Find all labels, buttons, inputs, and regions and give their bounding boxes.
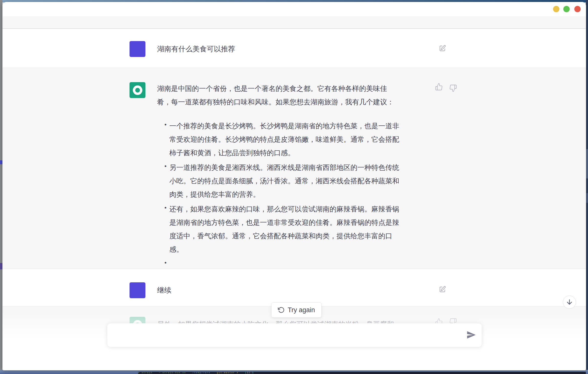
window-close-button[interactable]	[574, 6, 581, 12]
window-maximize-button[interactable]	[563, 6, 570, 12]
message-line: 感。	[157, 243, 399, 256]
desktop-right-strip	[586, 0, 588, 374]
arrow-down-icon	[566, 298, 573, 306]
message-line: 常受欢迎的佳肴。长沙烤鸭的特点是皮薄馅嫩，味道鲜美。通常，它会搭配	[157, 133, 399, 146]
message-line: 另一道推荐的美食是湘西米线。湘西米线是湖南省西部地区的一种特色传统	[157, 161, 399, 174]
thumbs-down-button[interactable]	[449, 84, 457, 92]
message-line: 肴，每一道菜都有独特的口味和风味。如果您想去湖南旅游，我有几个建议：	[157, 95, 399, 109]
user-message-row: 湖南有什么美食可以推荐	[2, 29, 586, 68]
user-message-text: 继续	[157, 282, 171, 298]
scroll-to-bottom-button[interactable]	[563, 296, 576, 309]
paper-plane-icon	[466, 337, 476, 341]
desktop-right-accent	[586, 149, 588, 178]
window-minimize-button[interactable]	[553, 6, 559, 12]
edit-message-button[interactable]	[438, 286, 446, 293]
openai-logo-icon	[132, 85, 143, 96]
retry-icon	[278, 307, 285, 313]
thumbs-up-icon	[435, 88, 443, 91]
desktop-right-accent	[586, 193, 588, 203]
message-line: 小吃。它的特点是面条细腻，汤汁香浓。通常，湘西米线会搭配各种蔬菜和	[157, 174, 399, 188]
user-avatar	[130, 282, 145, 298]
assistant-message-text: 湖南是中国的一个省份，也是一个著名的美食之都。它有各种各样的美味佳肴，每一道菜都…	[157, 82, 399, 269]
thumbs-up-button[interactable]	[435, 83, 443, 91]
send-button[interactable]	[466, 330, 476, 340]
assistant-message-row: 湖南是中国的一个省份，也是一个著名的美食之都。它有各种各样的美味佳肴，每一道菜都…	[2, 68, 586, 269]
message-line: 是湖南省的地方特色菜，也是一道非常受欢迎的佳肴。麻辣香锅的特点是辣	[157, 216, 399, 229]
chat-window: 湖南有什么美食可以推荐	[2, 2, 586, 370]
terminal-text-fragment: ~ etrain-hue on	[159, 372, 186, 374]
background-terminal-strip: # etrain~ etrain-hue on/temp/raregit:mas…	[138, 372, 586, 374]
previous-row-sliver	[2, 16, 586, 29]
try-again-label: Try again	[288, 306, 315, 314]
user-message-text: 湖南有什么美食可以推荐	[157, 41, 235, 57]
try-again-button[interactable]: Try again	[271, 302, 322, 318]
message-line: 一个推荐的美食是长沙烤鸭。长沙烤鸭是湖南省的地方特色菜，也是一道非	[157, 119, 399, 133]
desktop-left-accent	[0, 160, 2, 164]
terminal-text-fragment: /temp/rare	[192, 372, 210, 374]
message-line: 肉类，提供给您丰富的营养。	[157, 188, 399, 201]
message-line: 湖南是中国的一个省份，也是一个著名的美食之都。它有各种各样的美味佳	[157, 82, 399, 95]
terminal-text-fragment: git:master ✗	[217, 372, 239, 374]
thumbs-down-icon	[449, 89, 457, 93]
pencil-square-icon	[438, 49, 446, 53]
message-line: 还有，如果您喜欢麻辣的口味，那么您可以尝试湖南的麻辣香锅。麻辣香锅	[157, 202, 399, 216]
terminal-text-fragment: |22:1	[245, 372, 254, 374]
pencil-square-icon	[438, 290, 446, 294]
desktop-left-accent	[0, 263, 2, 269]
message-line	[157, 257, 399, 269]
message-line: 柿子酱和黄酒，让您品尝到独特的口感。	[157, 146, 399, 160]
terminal-text-fragment: # etrain	[138, 372, 152, 374]
user-message-row: 继续	[2, 269, 586, 306]
user-avatar	[130, 41, 145, 57]
composer-input[interactable]	[107, 323, 482, 347]
assistant-avatar	[130, 82, 145, 98]
edit-message-button[interactable]	[438, 44, 446, 52]
message-line: 度适中，香气浓郁。通常，它会搭配各种蔬菜和肉类，提供给您丰富的口	[157, 229, 399, 243]
desktop-left-strip	[0, 0, 2, 374]
composer	[107, 323, 482, 347]
